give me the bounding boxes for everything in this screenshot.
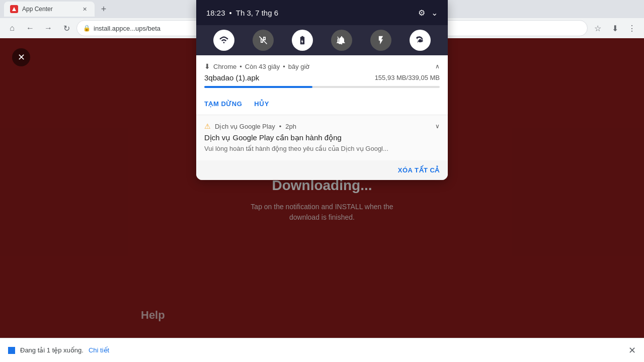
bell-off-icon — [337, 35, 347, 45]
download-notification: ⬇ Chrome • Còn 43 giây • bây giờ ∧ 3qbad… — [196, 55, 448, 115]
download-button[interactable]: ⬇ — [607, 20, 623, 36]
gplay-notification-title: Dịch vụ Google Play cần bạn hành động — [204, 133, 440, 142]
download-icon: ⬇ — [612, 24, 618, 33]
download-bar-detail-link[interactable]: Chi tiết — [89, 346, 109, 354]
active-tab[interactable]: App Center ✕ — [4, 2, 95, 17]
download-app-name: Chrome — [213, 63, 236, 70]
download-separator1: • — [239, 63, 242, 70]
download-time-now: bây giờ — [288, 63, 310, 70]
wifi-icon — [219, 35, 229, 45]
pause-button[interactable]: TẠM DỪNG — [204, 100, 242, 108]
clear-all-row: XÓA TẤT CẢ — [196, 160, 448, 180]
refresh-button[interactable]: ↻ — [58, 20, 74, 36]
clear-all-button[interactable]: XÓA TẤT CẢ — [398, 166, 440, 174]
system-icons-bar — [196, 25, 448, 55]
wifi-toggle[interactable] — [213, 30, 234, 51]
progress-bar-track — [204, 86, 440, 88]
tab-favicon — [10, 5, 18, 13]
gplay-app-name: Dịch vụ Google Play — [215, 123, 275, 130]
warning-icon: ⚠ — [204, 122, 211, 130]
forward-button[interactable]: → — [40, 20, 56, 36]
svg-point-0 — [419, 39, 422, 42]
notification-toggle[interactable] — [331, 30, 352, 51]
toolbar-icons: ☆ ⬇ ⋮ — [590, 20, 640, 36]
new-tab-button[interactable]: + — [97, 2, 111, 16]
gplay-time: 2ph — [285, 123, 296, 130]
download-notification-header: ⬇ Chrome • Còn 43 giây • bây giờ ∧ — [204, 62, 440, 70]
download-bar-close-button[interactable]: ✕ — [628, 345, 636, 356]
status-icons: ⚙ ⌄ — [418, 8, 438, 18]
notification-panel: 18:23 • Th 3, 7 thg 6 ⚙ ⌄ — [196, 0, 448, 180]
star-icon: ☆ — [594, 24, 601, 33]
rotate-icon — [415, 35, 425, 45]
status-separator: • — [229, 9, 232, 17]
settings-icon[interactable]: ⚙ — [418, 8, 425, 18]
menu-icon: ⋮ — [628, 24, 636, 33]
download-bar-text: Đang tải 1 tệp xuống. — [20, 346, 84, 354]
status-date: Th 3, 7 thg 6 — [236, 9, 278, 17]
cancel-button[interactable]: HỦY — [254, 100, 269, 108]
gplay-notification-header: ⚠ Dịch vụ Google Play • 2ph ∨ — [204, 122, 440, 130]
progress-bar-fill — [204, 86, 312, 88]
mobile-data-icon — [258, 35, 268, 45]
flashlight-toggle[interactable] — [370, 30, 391, 51]
back-button[interactable]: ← — [22, 20, 38, 36]
page-close-button[interactable]: ✕ — [12, 48, 30, 66]
battery-icon — [297, 35, 307, 45]
menu-button[interactable]: ⋮ — [624, 20, 640, 36]
rotate-toggle[interactable] — [410, 30, 431, 51]
expand-icon[interactable]: ⌄ — [431, 8, 438, 18]
download-arrow-icon: ⬇ — [204, 62, 210, 70]
gplay-expand-icon[interactable]: ∨ — [435, 123, 440, 130]
flashlight-icon — [376, 35, 386, 45]
mobile-data-toggle[interactable] — [253, 30, 274, 51]
download-file-row: 3qbadao (1).apk 155,93 MB/339,05 MB — [204, 73, 440, 82]
download-filename: 3qbadao (1).apk — [204, 73, 259, 82]
lock-icon: 🔒 — [83, 25, 91, 32]
close-icon: ✕ — [18, 52, 25, 63]
download-expand-icon[interactable]: ∧ — [435, 63, 440, 70]
download-actions: TẠM DỪNG HỦY — [204, 96, 440, 115]
tab-close-button[interactable]: ✕ — [80, 5, 89, 13]
gplay-notification-subtitle: Vui lòng hoàn tất hành động theo yêu cầu… — [204, 144, 440, 153]
download-bar-icon — [8, 347, 15, 354]
browser-download-bar: Đang tải 1 tệp xuống. Chi tiết ✕ — [0, 338, 644, 362]
status-bar: 18:23 • Th 3, 7 thg 6 ⚙ ⌄ — [196, 0, 448, 25]
download-separator2: • — [283, 63, 285, 70]
gplay-separator: • — [279, 123, 282, 130]
download-size: 155,93 MB/339,05 MB — [375, 74, 440, 81]
download-time-remaining: Còn 43 giây — [245, 63, 280, 70]
battery-toggle[interactable] — [292, 30, 313, 51]
home-button[interactable]: ⌂ — [4, 20, 20, 36]
status-time: 18:23 — [206, 9, 225, 17]
google-play-notification: ⚠ Dịch vụ Google Play • 2ph ∨ Dịch vụ Go… — [196, 115, 448, 160]
tab-title: App Center — [22, 6, 76, 13]
star-button[interactable]: ☆ — [590, 20, 606, 36]
